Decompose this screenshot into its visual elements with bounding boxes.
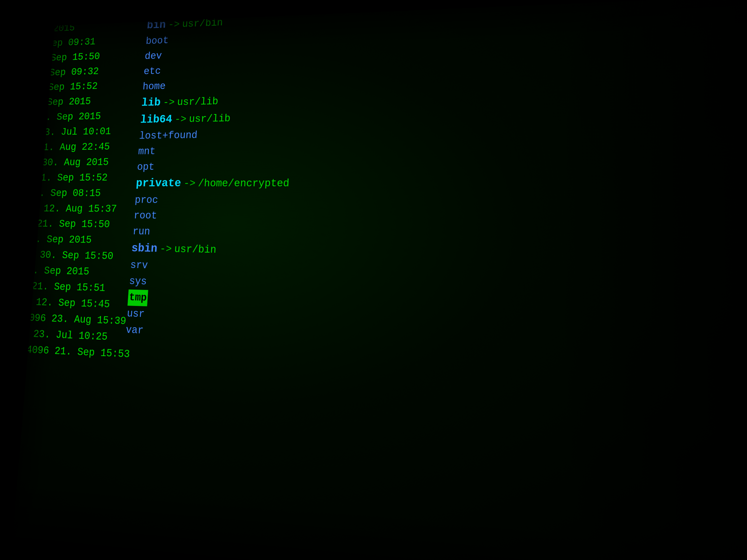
dir-target-private: /home/encrypted (198, 176, 290, 192)
dir-target-lib: usr/lib (177, 94, 218, 110)
dir-target-bin: usr/bin (182, 15, 223, 32)
dir-name-var: var (125, 322, 144, 339)
dir-arrow-lib64: -> (174, 112, 187, 128)
dir-name-opt: opt (136, 159, 155, 175)
line-7: 30. Sep 2015 (25, 93, 137, 110)
terminal-content: Sep 15:53 Sep 2015 9. Sep 09:31 21. Sep … (12, 0, 747, 560)
dir-name-usr: usr (126, 306, 145, 323)
dir-target-lib64: usr/lib (188, 111, 231, 127)
dir-arrow-lib: -> (162, 95, 175, 110)
dir-name-lib: lib (141, 94, 161, 111)
line-17: 4096 30. Sep 15:50 (12, 247, 126, 265)
dir-name-srv: srv (130, 257, 149, 273)
dir-name-tmp: tmp (128, 289, 148, 306)
dir-name-dev: dev (144, 48, 162, 64)
dir-name-sys: sys (129, 273, 147, 290)
line-9: 84 23. Jul 10:01 (22, 124, 135, 140)
dir-arrow-private: -> (183, 176, 196, 192)
dir-name-bin: bin (147, 17, 166, 34)
line-18: 0 21. Sep 2015 (12, 263, 125, 281)
line-19: 300 21. Sep 15:51 (12, 278, 124, 297)
dir-target-sbin: usr/bin (174, 241, 217, 259)
dir-arrow-bin: -> (168, 17, 180, 32)
dir-lost-found: lost+found (138, 125, 374, 144)
dir-name-dotdot: .. (147, 2, 160, 18)
line-1: Sep 15:53 (32, 3, 144, 23)
line-11: 896 30. Aug 2015 (20, 155, 133, 170)
line-20: 4096 12. Sep 15:45 (12, 294, 123, 313)
dir-name-etc: etc (143, 63, 161, 79)
line-15: 560 21. Sep 15:50 (14, 216, 128, 233)
line-8: 7 30. Sep 2015 (24, 108, 136, 126)
dir-name-lost-found: lost+found (138, 128, 198, 144)
dir-name-run: run (132, 224, 151, 240)
line-21: la 4096 23. Aug 15:39 (12, 310, 122, 329)
dir-name-proc: proc (134, 192, 158, 208)
dir-mnt: mnt (138, 141, 373, 159)
dir-name-mnt: mnt (138, 144, 156, 160)
dir-name-boot: boot (145, 33, 169, 49)
dir-arrow-sbin: -> (159, 241, 172, 258)
dir-root: root (133, 208, 370, 226)
line-6: 21. Sep 15:52 (26, 78, 138, 96)
dir-name-lib64: lib64 (140, 111, 173, 128)
dir-name-private: private (135, 175, 181, 192)
dir-name-root: root (133, 208, 157, 224)
line-14: 4096 12. Aug 15:37 (16, 201, 130, 217)
line-12: 16 21. Sep 15:52 (18, 170, 132, 186)
line-16: 7 30. Sep 2015 (13, 232, 128, 249)
dir-private: private -> /home/encrypted (135, 174, 372, 192)
line-13: 0 21. Sep 08:15 (17, 186, 131, 202)
dir-name-sbin: sbin (131, 240, 158, 258)
dir-proc: proc (134, 192, 371, 209)
terminal-screen: Sep 15:53 Sep 2015 9. Sep 09:31 21. Sep … (12, 0, 747, 560)
line-10: 896 1. Aug 22:45 (21, 139, 134, 156)
dir-opt: opt (136, 158, 372, 175)
dir-name-home: home (142, 79, 166, 95)
